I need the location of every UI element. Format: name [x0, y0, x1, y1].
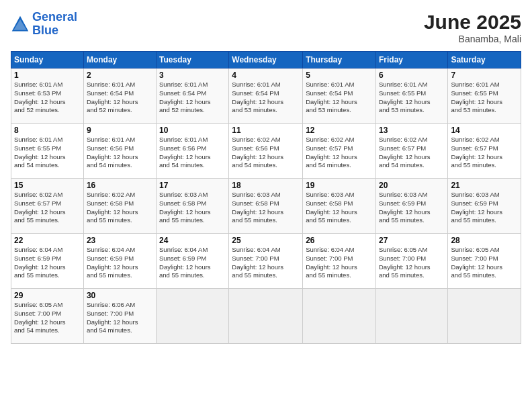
day-number: 29: [14, 291, 81, 300]
day-info: Sunrise: 6:03 AM Sunset: 6:58 PM Dayligh…: [159, 191, 226, 225]
day-info: Sunrise: 6:01 AM Sunset: 6:55 PM Dayligh…: [379, 81, 445, 115]
day-number: 6: [379, 71, 445, 80]
calendar-cell: [229, 289, 303, 344]
day-number: 3: [159, 71, 226, 80]
day-info: Sunrise: 6:01 AM Sunset: 6:54 PM Dayligh…: [306, 81, 373, 115]
calendar-cell: 10Sunrise: 6:01 AM Sunset: 6:56 PM Dayli…: [157, 124, 229, 179]
calendar-cell: 5Sunrise: 6:01 AM Sunset: 6:54 PM Daylig…: [303, 68, 376, 124]
day-number: 8: [14, 126, 81, 135]
day-info: Sunrise: 6:05 AM Sunset: 7:00 PM Dayligh…: [379, 246, 445, 280]
calendar-cell: 11Sunrise: 6:02 AM Sunset: 6:56 PM Dayli…: [229, 124, 303, 179]
calendar-cell: 25Sunrise: 6:04 AM Sunset: 7:00 PM Dayli…: [229, 234, 303, 289]
calendar-cell: [448, 289, 521, 344]
day-info: Sunrise: 6:04 AM Sunset: 7:00 PM Dayligh…: [306, 246, 373, 280]
weekday-header: Tuesday: [157, 52, 229, 68]
day-info: Sunrise: 6:01 AM Sunset: 6:54 PM Dayligh…: [232, 81, 300, 115]
day-number: 17: [159, 181, 226, 190]
day-info: Sunrise: 6:01 AM Sunset: 6:55 PM Dayligh…: [14, 136, 81, 170]
day-info: Sunrise: 6:04 AM Sunset: 7:00 PM Dayligh…: [232, 246, 300, 280]
day-info: Sunrise: 6:03 AM Sunset: 6:58 PM Dayligh…: [306, 191, 373, 225]
calendar-cell: 22Sunrise: 6:04 AM Sunset: 6:59 PM Dayli…: [11, 234, 84, 289]
day-info: Sunrise: 6:03 AM Sunset: 6:58 PM Dayligh…: [232, 191, 300, 225]
calendar-cell: 30Sunrise: 6:06 AM Sunset: 7:00 PM Dayli…: [83, 289, 156, 344]
calendar-cell: 15Sunrise: 6:02 AM Sunset: 6:57 PM Dayli…: [11, 179, 84, 234]
calendar-cell: [303, 289, 376, 344]
day-info: Sunrise: 6:01 AM Sunset: 6:55 PM Dayligh…: [451, 81, 518, 115]
day-info: Sunrise: 6:02 AM Sunset: 6:57 PM Dayligh…: [306, 136, 373, 170]
day-number: 11: [232, 126, 300, 135]
calendar-cell: 17Sunrise: 6:03 AM Sunset: 6:58 PM Dayli…: [157, 179, 229, 234]
calendar-cell: 16Sunrise: 6:02 AM Sunset: 6:58 PM Dayli…: [83, 179, 156, 234]
day-number: 30: [87, 291, 153, 300]
calendar-cell: 9Sunrise: 6:01 AM Sunset: 6:56 PM Daylig…: [83, 124, 156, 179]
day-info: Sunrise: 6:04 AM Sunset: 6:59 PM Dayligh…: [159, 246, 226, 280]
day-number: 15: [14, 181, 81, 190]
day-info: Sunrise: 6:02 AM Sunset: 6:57 PM Dayligh…: [14, 191, 81, 225]
page: General Blue June 2025 Banamba, Mali Sun…: [0, 0, 532, 411]
day-info: Sunrise: 6:02 AM Sunset: 6:56 PM Dayligh…: [232, 136, 300, 170]
day-number: 7: [451, 71, 518, 80]
day-number: 13: [379, 126, 445, 135]
logo-line1: General: [32, 10, 77, 24]
calendar-cell: 2Sunrise: 6:01 AM Sunset: 6:54 PM Daylig…: [83, 68, 156, 124]
day-info: Sunrise: 6:03 AM Sunset: 6:59 PM Dayligh…: [379, 191, 445, 225]
day-info: Sunrise: 6:01 AM Sunset: 6:54 PM Dayligh…: [87, 81, 153, 115]
month-title: June 2025: [424, 11, 521, 34]
day-info: Sunrise: 6:06 AM Sunset: 7:00 PM Dayligh…: [87, 301, 153, 335]
day-info: Sunrise: 6:02 AM Sunset: 6:57 PM Dayligh…: [379, 136, 445, 170]
day-info: Sunrise: 6:01 AM Sunset: 6:53 PM Dayligh…: [14, 81, 81, 115]
day-number: 28: [451, 236, 518, 245]
day-number: 22: [14, 236, 81, 245]
calendar-cell: 26Sunrise: 6:04 AM Sunset: 7:00 PM Dayli…: [303, 234, 376, 289]
day-info: Sunrise: 6:04 AM Sunset: 6:59 PM Dayligh…: [14, 246, 81, 280]
weekday-header: Saturday: [448, 52, 521, 68]
calendar-cell: 27Sunrise: 6:05 AM Sunset: 7:00 PM Dayli…: [375, 234, 447, 289]
calendar-cell: 4Sunrise: 6:01 AM Sunset: 6:54 PM Daylig…: [229, 68, 303, 124]
calendar-table: SundayMondayTuesdayWednesdayThursdayFrid…: [11, 51, 521, 344]
calendar-cell: 3Sunrise: 6:01 AM Sunset: 6:54 PM Daylig…: [157, 68, 229, 124]
calendar-cell: 12Sunrise: 6:02 AM Sunset: 6:57 PM Dayli…: [303, 124, 376, 179]
day-number: 25: [232, 236, 300, 245]
location-subtitle: Banamba, Mali: [424, 34, 521, 44]
day-number: 1: [14, 71, 81, 80]
title-area: June 2025 Banamba, Mali: [424, 11, 521, 44]
day-number: 16: [87, 181, 153, 190]
day-number: 14: [451, 126, 518, 135]
weekday-header: Friday: [375, 52, 447, 68]
day-number: 12: [306, 126, 373, 135]
logo-text: General Blue: [32, 11, 77, 38]
weekday-header: Thursday: [303, 52, 376, 68]
calendar-cell: 7Sunrise: 6:01 AM Sunset: 6:55 PM Daylig…: [448, 68, 521, 124]
weekday-header: Monday: [83, 52, 156, 68]
day-info: Sunrise: 6:02 AM Sunset: 6:57 PM Dayligh…: [451, 136, 518, 170]
calendar-cell: 1Sunrise: 6:01 AM Sunset: 6:53 PM Daylig…: [11, 68, 84, 124]
day-number: 19: [306, 181, 373, 190]
calendar-cell: 29Sunrise: 6:05 AM Sunset: 7:00 PM Dayli…: [11, 289, 84, 344]
day-number: 9: [87, 126, 153, 135]
calendar-cell: 21Sunrise: 6:03 AM Sunset: 6:59 PM Dayli…: [448, 179, 521, 234]
day-number: 26: [306, 236, 373, 245]
logo: General Blue: [11, 11, 77, 38]
day-number: 20: [379, 181, 445, 190]
day-number: 21: [451, 181, 518, 190]
day-number: 4: [232, 71, 300, 80]
day-info: Sunrise: 6:02 AM Sunset: 6:58 PM Dayligh…: [87, 191, 153, 225]
day-info: Sunrise: 6:04 AM Sunset: 6:59 PM Dayligh…: [87, 246, 153, 280]
header: General Blue June 2025 Banamba, Mali: [11, 11, 521, 44]
calendar-cell: 28Sunrise: 6:05 AM Sunset: 7:00 PM Dayli…: [448, 234, 521, 289]
weekday-header: Wednesday: [229, 52, 303, 68]
day-info: Sunrise: 6:01 AM Sunset: 6:54 PM Dayligh…: [159, 81, 226, 115]
calendar-cell: 18Sunrise: 6:03 AM Sunset: 6:58 PM Dayli…: [229, 179, 303, 234]
calendar-cell: 23Sunrise: 6:04 AM Sunset: 6:59 PM Dayli…: [83, 234, 156, 289]
day-number: 5: [306, 71, 373, 80]
calendar-cell: 24Sunrise: 6:04 AM Sunset: 6:59 PM Dayli…: [157, 234, 229, 289]
day-number: 18: [232, 181, 300, 190]
calendar-cell: 13Sunrise: 6:02 AM Sunset: 6:57 PM Dayli…: [375, 124, 447, 179]
logo-icon: [11, 15, 30, 34]
calendar-cell: 14Sunrise: 6:02 AM Sunset: 6:57 PM Dayli…: [448, 124, 521, 179]
weekday-header: Sunday: [11, 52, 84, 68]
calendar-cell: 20Sunrise: 6:03 AM Sunset: 6:59 PM Dayli…: [375, 179, 447, 234]
day-number: 24: [159, 236, 226, 245]
day-info: Sunrise: 6:05 AM Sunset: 7:00 PM Dayligh…: [14, 301, 81, 335]
day-info: Sunrise: 6:01 AM Sunset: 6:56 PM Dayligh…: [159, 136, 226, 170]
